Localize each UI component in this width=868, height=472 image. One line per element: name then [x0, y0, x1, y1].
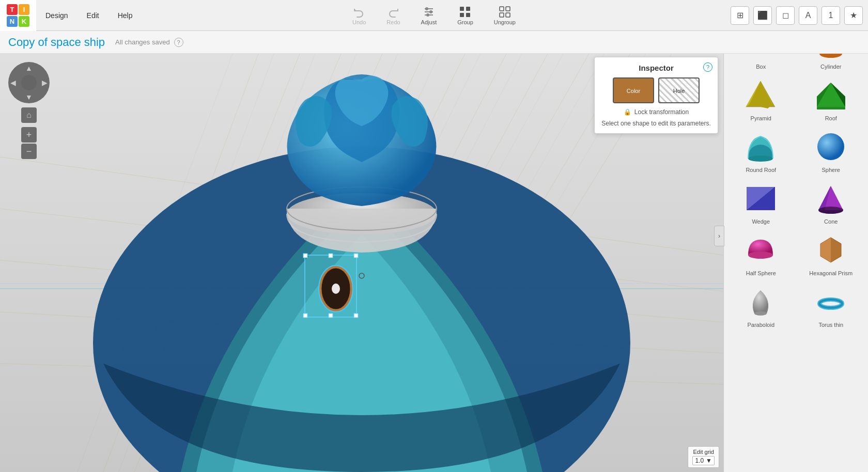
shape-wedge[interactable]: Wedge [726, 176, 796, 228]
shapes-grid: Box Cylinder [724, 19, 868, 333]
box-label: Box [756, 64, 766, 70]
edit-grid[interactable]: Edit grid 1.0 ▼ [688, 446, 719, 468]
inspector-hole-button[interactable]: Hole [658, 77, 700, 103]
project-title[interactable]: Copy of space ship [8, 36, 105, 49]
svg-rect-52 [329, 254, 333, 258]
shape-sphere[interactable]: Sphere [796, 124, 866, 176]
inspector-color-button[interactable]: Color [613, 77, 654, 103]
view-solid-button[interactable]: ⬛ [753, 6, 772, 25]
zoom-out-button[interactable]: − [21, 144, 37, 159]
inspector-color-label: Color [627, 88, 640, 94]
nav-help[interactable]: Help [109, 0, 142, 31]
title-help-icon[interactable]: ? [174, 38, 183, 47]
nav-arrow-right[interactable]: ▶ [42, 78, 48, 87]
svg-rect-9 [466, 13, 470, 17]
text-button[interactable]: A [799, 6, 817, 25]
topbar: T I N K Design Edit Help Undo Redo [0, 0, 868, 31]
shape-half-sphere[interactable]: Half Sphere [726, 228, 796, 279]
wedge-icon [743, 180, 779, 216]
view-wire-button[interactable]: ◻ [776, 6, 795, 25]
shape-round-roof[interactable]: Round Roof [726, 124, 796, 176]
shape-cone[interactable]: Cone [796, 176, 866, 228]
navigation-pad[interactable]: ▲ ▼ ◀ ▶ [8, 62, 50, 103]
nav-arrow-down[interactable]: ▼ [25, 93, 33, 101]
favorite-button[interactable]: ★ [844, 6, 863, 25]
svg-rect-50 [303, 313, 307, 318]
zoom-in-button[interactable]: + [21, 127, 37, 143]
paraboloid-label: Paraboloid [747, 322, 774, 328]
undo-button[interactable]: Undo [347, 4, 371, 27]
nav-design[interactable]: Design [36, 0, 78, 31]
shape-torus-thin[interactable]: Torus thin [796, 279, 866, 331]
edit-grid-number: 1.0 [695, 457, 704, 464]
svg-rect-8 [460, 13, 464, 17]
logo-n: N [7, 16, 18, 27]
nav-menu: Design Edit Help [36, 0, 142, 31]
number-button[interactable]: 1 [822, 6, 840, 25]
svg-point-5 [427, 14, 429, 16]
svg-point-76 [817, 133, 844, 160]
round-roof-icon [743, 129, 779, 165]
tinkercad-logo[interactable]: T I N K [0, 0, 36, 31]
inspector-message: Select one shape to edit its parameters. [601, 120, 711, 127]
shape-roof[interactable]: Roof [796, 73, 866, 124]
round-roof-label: Round Roof [746, 167, 776, 173]
torus-thin-icon [813, 284, 849, 320]
svg-rect-49 [354, 254, 358, 258]
panel-collapse-button[interactable]: › [714, 226, 724, 246]
group-button[interactable]: Group [452, 4, 478, 27]
sphere-icon [813, 129, 849, 165]
svg-point-4 [430, 11, 432, 13]
svg-marker-90 [831, 238, 841, 262]
ungroup-button[interactable]: Ungroup [489, 4, 521, 27]
lock-icon: 🔒 [624, 108, 631, 116]
redo-button[interactable]: Redo [381, 4, 405, 27]
svg-point-92 [754, 311, 767, 316]
svg-marker-68 [749, 81, 772, 108]
nav-home-button[interactable]: ⌂ [21, 107, 37, 123]
svg-rect-10 [500, 7, 504, 11]
roof-label: Roof [825, 115, 837, 121]
inspector-title: Inspector [601, 64, 711, 72]
nav-arrow-up[interactable]: ▲ [25, 64, 33, 72]
adjust-label: Adjust [421, 19, 437, 25]
toolbar-center: Undo Redo Adjust [347, 0, 521, 31]
shape-paraboloid[interactable]: Paraboloid [726, 279, 796, 331]
edit-grid-value[interactable]: 1.0 ▼ [692, 456, 715, 465]
nav-edit[interactable]: Edit [78, 0, 109, 31]
sphere-label: Sphere [822, 167, 840, 173]
svg-rect-74 [817, 107, 845, 109]
paraboloid-icon [743, 284, 779, 320]
redo-label: Redo [386, 19, 400, 25]
hexagonal-prism-icon [813, 232, 849, 268]
svg-point-86 [818, 207, 843, 214]
lock-transformation[interactable]: 🔒 Lock transformation [601, 108, 711, 116]
edit-grid-dropdown-icon[interactable]: ▼ [706, 457, 712, 464]
svg-rect-48 [303, 254, 307, 258]
shape-pyramid[interactable]: Pyramid [726, 73, 796, 124]
inspector-hole-label: Hole [673, 88, 685, 94]
pyramid-label: Pyramid [751, 115, 771, 121]
cylinder-label: Cylinder [820, 64, 841, 70]
nav-arrow-left[interactable]: ◀ [10, 78, 16, 87]
logo-t: T [7, 4, 18, 15]
svg-rect-11 [506, 7, 510, 11]
adjust-button[interactable]: Adjust [416, 4, 442, 27]
view-grid-button[interactable]: ⊞ [731, 6, 749, 25]
svg-rect-7 [466, 7, 470, 11]
shape-hexagonal-prism[interactable]: Hexagonal Prism [796, 228, 866, 279]
svg-marker-91 [820, 238, 831, 262]
svg-rect-13 [506, 13, 510, 17]
svg-point-87 [748, 251, 773, 259]
svg-point-75 [748, 155, 773, 162]
toolbar-right: ⊞ ⬛ ◻ A 1 ★ [731, 0, 863, 31]
half-sphere-label: Half Sphere [746, 270, 776, 276]
nav-controls: ▲ ▼ ◀ ▶ ⌂ + − [8, 62, 50, 160]
svg-point-58 [332, 284, 340, 294]
inspector-panel: Inspector Color Hole ? 🔒 Lock transforma… [594, 57, 718, 134]
right-panel: ▼ Geometric Box [723, 0, 868, 472]
inspector-help-icon[interactable]: ? [703, 62, 712, 72]
cone-label: Cone [824, 218, 838, 225]
zoom-controls: + − [21, 127, 50, 159]
torus-thin-label: Torus thin [818, 322, 843, 328]
